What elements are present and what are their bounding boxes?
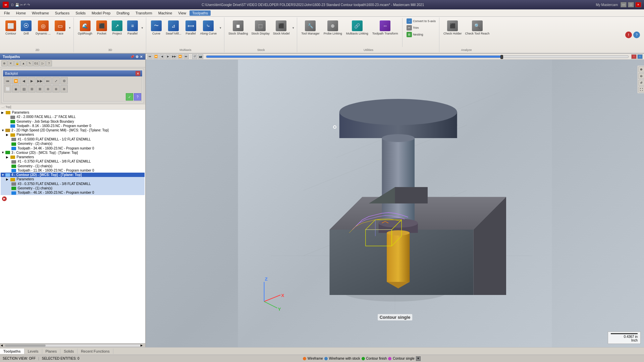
pb-info[interactable]: i <box>637 54 643 59</box>
right-btn-1[interactable]: ⊕ <box>638 66 644 72</box>
btn-face[interactable]: ▭ Face <box>53 18 67 38</box>
2d-expand-arrow[interactable]: ▼ <box>68 18 71 38</box>
bp-btn-play[interactable]: ▶ <box>28 77 36 84</box>
bp-btn-display7[interactable]: ⊛ <box>52 85 60 93</box>
pb-end[interactable]: ⏭ <box>183 54 189 59</box>
maximize-button[interactable]: □ <box>628 2 634 7</box>
btn-parallel-ma[interactable]: ⟺ Parallel <box>183 18 198 38</box>
tree-item-geom2[interactable]: Geometry - (2) chain(s) <box>1 141 145 146</box>
tree-item-tool4[interactable]: #3 - 0.3750 FLAT ENDMILL - 3/8 FLAT ENDM… <box>1 182 145 186</box>
tree-item-path2[interactable]: Toolpath - 34.4K - 1600-23.NC - Program … <box>1 146 145 150</box>
horizontal-scrollbar[interactable]: ◀ ▶ <box>0 343 145 347</box>
menu-file[interactable]: File <box>1 10 13 16</box>
right-btn-2[interactable]: ⊖ <box>638 73 644 79</box>
tp-btn-lock[interactable]: 🔒 <box>14 60 20 66</box>
minimize-button[interactable]: — <box>621 2 627 7</box>
tree-item-geom4[interactable]: Geometry - (1) chain(s) <box>1 186 145 190</box>
scroll-left[interactable]: ◀ <box>1 344 5 347</box>
pb-warning[interactable]: ! <box>631 54 637 59</box>
menu-model-prep[interactable]: Model Prep <box>89 10 113 16</box>
tab-recent-functions[interactable]: Recent Functions <box>77 349 113 354</box>
menu-solids[interactable]: Solids <box>73 10 88 16</box>
bp-btn-rewind[interactable]: ⏮ <box>4 77 11 84</box>
tp-btn-help[interactable]: ? <box>46 60 52 66</box>
btn-curve[interactable]: 〜 Curve <box>149 18 164 38</box>
toolpaths-close[interactable]: ✕ <box>140 55 143 59</box>
tp-btn-up[interactable]: ▲ <box>20 60 26 66</box>
btn-project[interactable]: ↗ Project <box>110 18 124 38</box>
tp-btn-new[interactable]: ⊕ <box>1 60 7 66</box>
toolpaths-settings[interactable]: ⚙ <box>136 55 139 59</box>
pb-step-fwd[interactable]: ▶▶ <box>171 54 177 59</box>
contour-finish-label[interactable]: Contour finish <box>366 357 387 360</box>
btn-check-holder[interactable]: ⬛ Check Holder <box>442 18 463 38</box>
tree-item-params3[interactable]: ▶ Parameters <box>1 155 145 159</box>
tree-item-params4[interactable]: ▶ Parameters <box>1 177 145 181</box>
tree-item-tool1[interactable]: #1 - 0.5000 FLAT ENDMILL - 1/2 FLAT ENDM… <box>1 137 145 141</box>
backplot-header[interactable]: Backplot ✕ <box>3 70 142 76</box>
btn-dynamic[interactable]: ◎ Dynamic ... <box>34 18 52 38</box>
tp-btn-simulate[interactable]: ▷ <box>40 60 46 66</box>
tree-item-path4[interactable]: Toolpath - 46.1K - 1600-23.NC - Program … <box>1 190 145 195</box>
btn-tool-manager[interactable]: 🔧 Tool Manager <box>300 18 321 38</box>
bp-btn-ok[interactable]: ✓ <box>126 93 133 101</box>
tp-btn-delete[interactable]: ✕ <box>8 60 14 66</box>
tree-item-params2[interactable]: ▶ Parameters <box>1 132 145 137</box>
menu-drafting[interactable]: Drafting <box>114 10 132 16</box>
pb-prev[interactable]: ⏪ <box>153 54 159 59</box>
pb-rewind[interactable]: ⏮ <box>147 54 153 59</box>
btn-swarf[interactable]: ⊿ Swarf Mill... <box>164 18 183 38</box>
view-options-btn[interactable]: ▼ <box>416 356 421 361</box>
menu-surfaces[interactable]: Surfaces <box>52 10 72 16</box>
btn-along-curve[interactable]: ⤷ Along Curve <box>199 18 218 38</box>
btn-check-tool-reach[interactable]: 🔍 Check Tool Reach <box>464 18 491 38</box>
3d-expand-arrow[interactable]: ▼ <box>141 18 144 38</box>
btn-probe[interactable]: ⊕ Probe Linking <box>322 18 343 38</box>
menu-transform[interactable]: Transform <box>133 10 155 16</box>
bp-btn-prev[interactable]: ⏪ <box>12 77 19 84</box>
toolpaths-pin[interactable]: 📌 <box>130 55 134 59</box>
tab-levels[interactable]: Levels <box>24 349 42 354</box>
menu-view[interactable]: View <box>175 10 189 16</box>
pb-fwd[interactable]: ⏩ <box>177 54 183 59</box>
menu-wireframe[interactable]: Wireframe <box>29 10 52 16</box>
pb-camera[interactable]: 📷 <box>198 54 203 59</box>
btn-contour[interactable]: ⬜ Contour <box>3 18 18 38</box>
bp-btn-step-back[interactable]: ◀ <box>20 77 28 84</box>
btn-trim[interactable]: ✂ Trim <box>405 25 437 31</box>
right-btn-4[interactable]: ⛶ <box>638 86 644 93</box>
bp-btn-toggle[interactable]: ⤢ <box>52 77 60 84</box>
btn-multiaxis-linking[interactable]: 🔗 Multiaxis Linking <box>345 18 370 38</box>
contour-single-btn[interactable]: Contour single <box>393 357 414 360</box>
multiaxis-expand-arrow[interactable]: ▼ <box>219 18 222 38</box>
tree-item-tool2[interactable]: #2 - 2.0000 FACE MILL - 2" FACE MILL <box>1 115 145 119</box>
bp-btn-step-fwd[interactable]: ▶▶ <box>36 77 44 84</box>
bp-btn-display3[interactable]: ▤ <box>20 85 28 93</box>
bp-btn-display6[interactable]: ⊚ <box>44 85 52 93</box>
bp-btn-help2[interactable]: ? <box>134 93 141 101</box>
tree-item-tool3[interactable]: #1 - 0.3750 FLAT ENDMILL - 3/8 FLAT ENDM… <box>1 159 145 164</box>
pb-play[interactable]: ▶ <box>165 54 171 59</box>
btn-stock-display[interactable]: ⬚ Stock Display <box>250 18 271 38</box>
tab-toolpaths[interactable]: Toolpaths <box>0 349 24 354</box>
scroll-track[interactable] <box>5 344 141 347</box>
bp-btn-display1[interactable]: ⬜ <box>4 85 11 93</box>
btn-drill[interactable]: ⦿ Drill <box>19 18 34 38</box>
tree-item-op3[interactable]: ▼ 3 - Contour (2D) - [WCS: Top] - [Tplan… <box>1 150 145 155</box>
tree-item-path1[interactable]: Toolpath - 8.1K - 1600-23.NC - Program n… <box>1 124 145 128</box>
btn-pocket[interactable]: ⬛ Pocket <box>94 18 109 38</box>
bp-btn-display2[interactable]: ◉ <box>12 85 19 93</box>
bp-btn-display8[interactable]: ⊗ <box>60 85 68 93</box>
menu-toolpaths[interactable]: Toolpaths <box>190 10 211 16</box>
btn-stock-model[interactable]: ⬛ Stock Model <box>272 18 291 38</box>
tab-solids[interactable]: Solids <box>60 349 77 354</box>
wireframe-label[interactable]: Wireframe <box>308 357 323 360</box>
wireframe-stock-label[interactable]: Wireframe with stock <box>329 357 360 360</box>
progress-track[interactable] <box>206 55 629 58</box>
viewport[interactable]: ⏮ ⏪ ◀ ▶ ▶▶ ⏩ ⏭ ↺ 📷 ! i <box>146 54 644 347</box>
btn-optirough[interactable]: 🌊 OptiRough <box>76 18 94 38</box>
btn-nesting[interactable]: ⊞ Nesting <box>405 32 437 38</box>
tree-item-geom1[interactable]: Geometry - Job Setup Stock Boundary <box>1 119 145 124</box>
bp-btn-end[interactable]: ⏭ <box>44 77 52 84</box>
tree-item-geom3[interactable]: Geometry - (1) chain(s) <box>1 164 145 168</box>
